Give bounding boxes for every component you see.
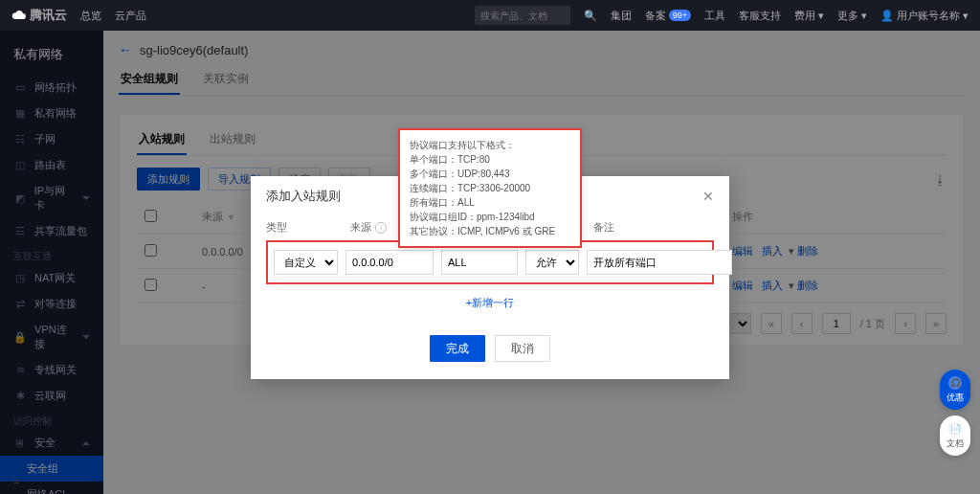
add-row-button[interactable]: +新增一行 [266,284,714,322]
nav-support[interactable]: 客服支持 [739,9,781,23]
ok-button[interactable]: 完成 [430,335,485,362]
search-input[interactable] [475,6,570,25]
port-input[interactable] [441,250,518,275]
cloud-icon [11,8,27,23]
close-icon[interactable]: ✕ [702,189,714,204]
modal-title: 添加入站规则 [266,188,341,205]
remark-input[interactable] [587,250,732,275]
policy-select[interactable]: 允许 [525,250,579,275]
account[interactable]: 👤 用户账号名称 ▾ [880,9,969,23]
brand[interactable]: 腾讯云 [11,7,67,24]
nav-group[interactable]: 集团 [611,9,632,23]
headset-icon: 🎧 [948,376,962,390]
nav-beian[interactable]: 备案99+ [645,9,691,23]
nav-tools[interactable]: 工具 [704,9,725,23]
info-icon[interactable]: i [375,222,387,234]
doc-icon: 📄 [948,422,962,436]
nav-more[interactable]: 更多 ▾ [837,9,867,23]
float-promo-button[interactable]: 🎧 优惠 [940,370,970,410]
type-select[interactable]: 自定义 [274,250,338,275]
topbar: 腾讯云 总览 云产品 🔍 集团 备案99+ 工具 客服支持 费用 ▾ 更多 ▾ … [0,0,980,31]
search-icon[interactable]: 🔍 [584,10,597,22]
nav-cost[interactable]: 费用 ▾ [794,9,824,23]
nav-overview[interactable]: 总览 [80,9,101,23]
cancel-button[interactable]: 取消 [495,335,550,362]
source-input[interactable] [345,250,434,275]
float-doc-button[interactable]: 📄 文档 [940,415,970,456]
nav-products[interactable]: 云产品 [115,9,146,23]
badge-count: 99+ [669,10,691,21]
port-format-tooltip: 协议端口支持以下格式： 单个端口：TCP:80 多个端口：UDP:80,443 … [398,128,582,248]
